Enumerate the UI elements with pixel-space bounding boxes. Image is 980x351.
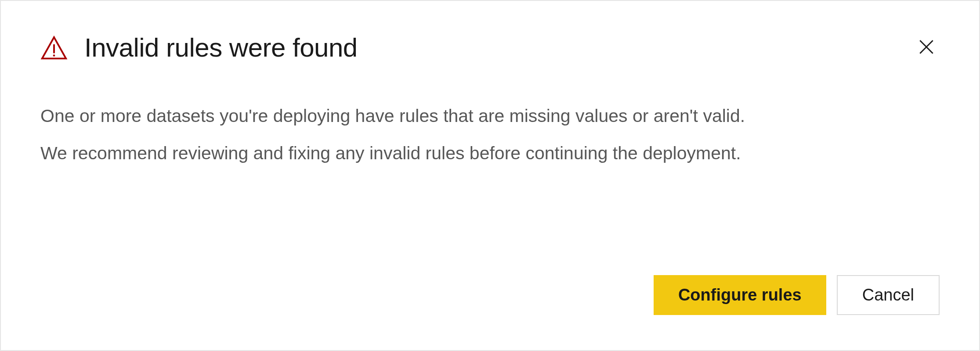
cancel-button[interactable]: Cancel — [837, 275, 940, 315]
warning-triangle-icon — [40, 36, 68, 60]
dialog-header: Invalid rules were found — [40, 32, 940, 63]
dialog-title: Invalid rules were found — [84, 32, 358, 63]
configure-rules-button[interactable]: Configure rules — [654, 275, 826, 315]
dialog-message-line-1: One or more datasets you're deploying ha… — [40, 103, 940, 129]
invalid-rules-dialog: Invalid rules were found One or more dat… — [0, 0, 980, 351]
close-icon — [917, 37, 936, 58]
svg-point-3 — [53, 54, 55, 57]
dialog-body: One or more datasets you're deploying ha… — [40, 103, 940, 249]
close-button[interactable] — [914, 35, 939, 60]
dialog-footer: Configure rules Cancel — [40, 275, 940, 315]
dialog-message-line-2: We recommend reviewing and fixing any in… — [40, 140, 940, 166]
